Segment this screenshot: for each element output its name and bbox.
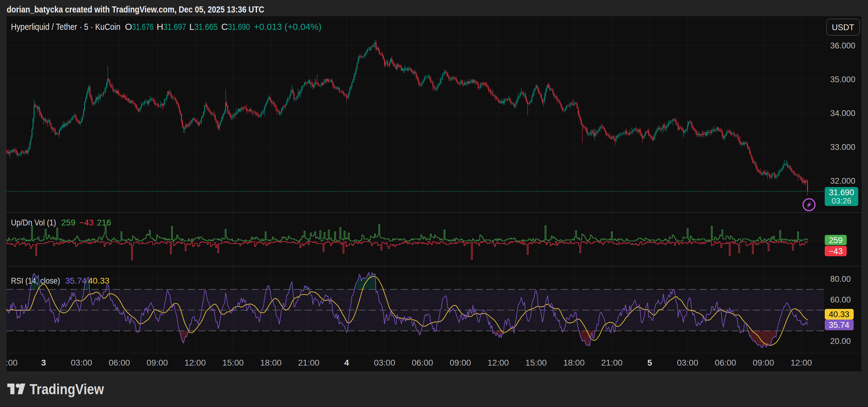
svg-text:31.697: 31.697 bbox=[163, 22, 186, 32]
svg-text:40.33: 40.33 bbox=[829, 310, 849, 319]
svg-text:36.000: 36.000 bbox=[830, 41, 856, 50]
svg-text:06:00: 06:00 bbox=[412, 358, 433, 367]
svg-text:31.690: 31.690 bbox=[829, 188, 854, 197]
svg-text:18:00: 18:00 bbox=[563, 358, 585, 367]
svg-text:35.74: 35.74 bbox=[829, 320, 849, 330]
svg-text:C: C bbox=[221, 22, 228, 32]
svg-text:12:00: 12:00 bbox=[184, 358, 206, 367]
svg-text:L: L bbox=[189, 22, 194, 32]
svg-text:dorian_batycka created with Tr: dorian_batycka created with TradingView.… bbox=[7, 5, 264, 14]
svg-text:35.74: 35.74 bbox=[65, 276, 87, 285]
svg-text:5: 5 bbox=[647, 358, 652, 367]
svg-text:80.00: 80.00 bbox=[830, 275, 851, 284]
svg-text:03:00: 03:00 bbox=[374, 358, 395, 367]
svg-text:35.000: 35.000 bbox=[830, 75, 856, 84]
svg-text:60.00: 60.00 bbox=[830, 295, 851, 304]
svg-text:20.00: 20.00 bbox=[830, 337, 851, 346]
svg-text:−43: −43 bbox=[79, 218, 94, 227]
svg-text:Up/Dn Vol (1): Up/Dn Vol (1) bbox=[11, 218, 56, 227]
svg-text:03:26: 03:26 bbox=[831, 196, 851, 205]
svg-text:15:00: 15:00 bbox=[222, 358, 244, 367]
svg-text:09:00: 09:00 bbox=[147, 358, 168, 367]
svg-text:31.676: 31.676 bbox=[132, 22, 154, 32]
svg-text:09:00: 09:00 bbox=[753, 358, 774, 367]
svg-text:33.000: 33.000 bbox=[830, 143, 856, 152]
svg-text:12:00: 12:00 bbox=[488, 358, 509, 367]
svg-text:15:00: 15:00 bbox=[525, 358, 547, 367]
svg-text:31.665: 31.665 bbox=[194, 22, 218, 32]
svg-text:4: 4 bbox=[344, 358, 349, 367]
svg-text:216: 216 bbox=[97, 218, 111, 227]
svg-text:09:00: 09:00 bbox=[450, 358, 471, 367]
svg-text:40.33: 40.33 bbox=[88, 276, 110, 285]
svg-text:259: 259 bbox=[61, 218, 75, 227]
svg-text:21:00: 21:00 bbox=[298, 358, 319, 367]
svg-text:32.000: 32.000 bbox=[830, 177, 856, 186]
svg-text:18:00: 18:00 bbox=[260, 358, 282, 367]
svg-text:34.000: 34.000 bbox=[830, 109, 856, 118]
svg-text:TradingView: TradingView bbox=[30, 381, 104, 397]
svg-text:06:00: 06:00 bbox=[109, 358, 130, 367]
svg-text:03:00: 03:00 bbox=[71, 358, 92, 367]
svg-text:31.690: 31.690 bbox=[228, 22, 250, 32]
svg-text:+0.013 (+0.04%): +0.013 (+0.04%) bbox=[254, 22, 321, 32]
svg-text:Hyperliquid / Tether · 5 · KuC: Hyperliquid / Tether · 5 · KuCoin bbox=[11, 22, 120, 32]
svg-text:21:00: 21:00 bbox=[601, 358, 622, 367]
svg-text:USDT: USDT bbox=[832, 23, 854, 32]
svg-text:259: 259 bbox=[829, 236, 842, 245]
svg-text:H: H bbox=[157, 22, 163, 32]
svg-text:−43: −43 bbox=[829, 247, 843, 256]
svg-text:RSI (14, close): RSI (14, close) bbox=[11, 276, 60, 285]
svg-text:03:00: 03:00 bbox=[677, 358, 698, 367]
svg-text:12:00: 12:00 bbox=[790, 358, 812, 367]
svg-text:3: 3 bbox=[41, 358, 46, 367]
svg-text:O: O bbox=[125, 22, 132, 32]
svg-text:06:00: 06:00 bbox=[715, 358, 736, 367]
